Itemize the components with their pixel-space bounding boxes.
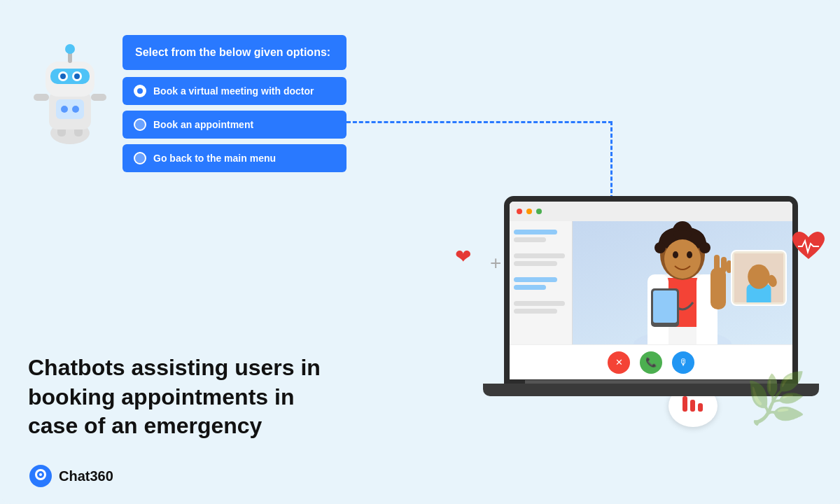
menu-header: Select from the below given options: <box>122 35 346 70</box>
screen-dot-green <box>536 209 542 214</box>
screen-dot-red <box>517 209 522 214</box>
svg-point-20 <box>39 473 42 476</box>
svg-point-37 <box>699 242 710 253</box>
svg-rect-23 <box>698 403 703 412</box>
bottom-heading: Chatbots assisting users in booking appo… <box>28 354 322 441</box>
option-main-menu[interactable]: Go back to the main menu <box>122 144 346 172</box>
svg-rect-43 <box>653 290 677 323</box>
patient-corner <box>731 250 787 306</box>
svg-rect-22 <box>690 400 695 412</box>
heart-left-icon: ❤ <box>455 245 471 268</box>
plus-decoration: + <box>490 252 501 274</box>
svg-point-35 <box>687 251 692 258</box>
main-container: Select from the below given options: Boo… <box>0 0 840 504</box>
svg-rect-4 <box>56 99 84 119</box>
svg-point-16 <box>65 44 75 54</box>
svg-rect-7 <box>34 94 49 101</box>
svg-point-13 <box>60 74 66 79</box>
svg-rect-38 <box>710 267 726 309</box>
phone-btn[interactable]: 📞 <box>640 351 662 374</box>
main-video-area <box>573 221 792 344</box>
robot-illustration <box>28 42 119 168</box>
svg-point-6 <box>72 106 79 113</box>
svg-point-34 <box>673 251 678 258</box>
svg-point-33 <box>664 239 701 279</box>
option-main-menu-label: Go back to the main menu <box>153 153 276 164</box>
radio-main-menu <box>134 152 146 164</box>
option-virtual-meeting-label: Book a virtual meeting with doctor <box>153 85 314 97</box>
dashed-line-horizontal <box>346 121 612 123</box>
svg-point-5 <box>61 106 68 113</box>
screen-content: ✕ 📞 🎙 <box>510 202 792 379</box>
screen-dot-orange <box>526 209 532 214</box>
chat-menu: Select from the below given options: Boo… <box>122 35 346 178</box>
chat-sidebar <box>510 221 573 344</box>
svg-rect-39 <box>714 255 720 272</box>
end-call-btn[interactable]: ✕ <box>608 351 630 374</box>
option-virtual-meeting[interactable]: Book a virtual meeting with doctor <box>122 77 346 105</box>
option-appointment-label: Book an appointment <box>153 119 253 130</box>
svg-point-14 <box>74 74 80 79</box>
svg-point-36 <box>654 242 666 253</box>
svg-rect-21 <box>682 396 687 412</box>
radio-appointment <box>134 118 146 131</box>
svg-rect-40 <box>721 257 727 272</box>
laptop-screen: ✕ 📞 🎙 <box>504 196 798 385</box>
logo-area: Chat360 <box>28 463 113 489</box>
chat360-logo-icon <box>28 463 53 489</box>
svg-point-46 <box>748 265 770 289</box>
heart-right-icon <box>791 231 826 262</box>
leaf-decoration: 🌿 <box>746 370 806 427</box>
bottom-heading-area: Chatbots assisting users in booking appo… <box>28 354 322 441</box>
option-appointment[interactable]: Book an appointment <box>122 111 346 139</box>
select-prompt-text: Select from the below given options: <box>135 46 330 58</box>
logo-text: Chat360 <box>59 468 113 484</box>
radio-virtual-meeting <box>134 85 146 97</box>
svg-rect-10 <box>50 69 90 84</box>
mic-btn[interactable]: 🎙 <box>672 351 694 374</box>
svg-rect-8 <box>91 94 106 101</box>
